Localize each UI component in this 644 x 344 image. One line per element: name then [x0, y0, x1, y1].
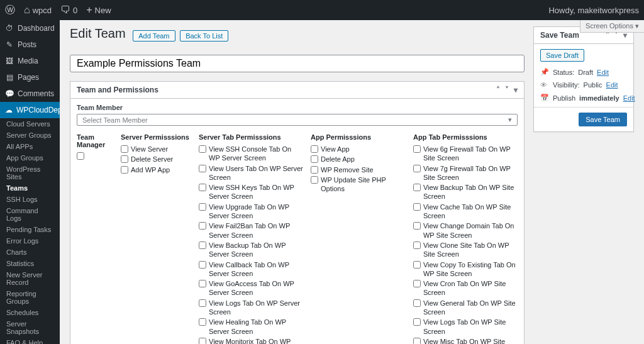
permission-checkbox[interactable] [413, 261, 421, 269]
team-member-select[interactable]: Select Team Member ▾ [77, 114, 518, 126]
permission-checkbox[interactable] [311, 155, 318, 163]
submenu-item[interactable]: Teams [0, 182, 60, 194]
submenu-item[interactable]: FAQ & Help [0, 337, 60, 344]
permission-row: View Change Domain Tab On WP Site Screen [413, 221, 518, 240]
admin-bar: ⓦ ⌂wpcd 🗨0 +New Howdy, makeitworkpress [0, 0, 644, 20]
menu-item[interactable]: ⏱Dashboard [0, 20, 60, 36]
permission-checkbox[interactable] [199, 280, 206, 287]
permission-row: View Cache Tab On WP Site Screen [413, 203, 518, 221]
menu-icon: ✎ [5, 40, 14, 49]
permission-checkbox[interactable] [121, 145, 128, 153]
submenu-item[interactable]: Charts [0, 247, 60, 258]
back-to-list-button[interactable]: Back To List [180, 30, 228, 42]
permission-label: View Server [131, 145, 191, 153]
permission-checkbox[interactable] [199, 222, 206, 230]
permission-label: View Misc Tab On WP Site Screen [423, 337, 518, 344]
submenu-item[interactable]: Schedules [0, 307, 60, 318]
team-manager-checkbox[interactable] [77, 152, 84, 160]
submenu-item[interactable]: Server Groups [0, 130, 60, 141]
submenu-item[interactable]: WordPress Sites [0, 164, 60, 182]
permission-checkbox[interactable] [413, 299, 421, 307]
permission-label: WP Remove Site [321, 165, 406, 174]
submenu-item[interactable]: Cloud Servers [0, 118, 60, 130]
save-team-button[interactable]: Save Team [579, 113, 627, 126]
permission-checkbox[interactable] [199, 165, 206, 172]
submenu-item[interactable]: Server Snapshots [0, 318, 60, 337]
submenu-item[interactable]: Command Logs [0, 205, 60, 224]
status-value: Draft [578, 69, 593, 76]
permission-checkbox[interactable] [199, 203, 206, 211]
permission-label: View 6g Firewall Tab On WP Site Screen [423, 145, 518, 163]
permission-checkbox[interactable] [413, 338, 421, 344]
comment-icon: 🗨 [60, 4, 70, 16]
submenu-item[interactable]: SSH Logs [0, 194, 60, 205]
postbox-title: Team and Permissions [77, 86, 158, 94]
submenu-item[interactable]: Reporting Groups [0, 288, 60, 307]
publish-label: Publish [553, 94, 575, 102]
chevron-down-icon[interactable]: ˅ [505, 86, 509, 94]
permission-row: Delete App [311, 155, 406, 164]
permission-row: View Server [121, 145, 191, 153]
save-draft-button[interactable]: Save Draft [540, 49, 584, 62]
edit-publish-link[interactable]: Edit [623, 94, 635, 102]
permission-label: View 7g Firewall Tab On WP Site Screen [423, 164, 518, 182]
permission-checkbox[interactable] [311, 166, 318, 174]
edit-status-link[interactable]: Edit [597, 69, 609, 76]
add-team-button[interactable]: Add Team [133, 30, 175, 42]
permission-checkbox[interactable] [199, 145, 206, 153]
permission-checkbox[interactable] [413, 184, 421, 191]
permission-label: View Logs Tab On WP Site Screen [423, 318, 518, 336]
menu-wpcd[interactable]: ☁WPCloudDeploy [0, 102, 60, 118]
menu-item[interactable]: 🖼Media [0, 53, 60, 69]
permission-row: View Callback Tab On WP Server Screen [199, 260, 303, 279]
comments-count[interactable]: 🗨0 [60, 4, 77, 16]
permission-checkbox[interactable] [199, 318, 206, 326]
team-title-input[interactable] [70, 55, 525, 72]
col-server-tab-perms: Server Tab Permisssions [199, 133, 303, 141]
permission-checkbox[interactable] [311, 176, 318, 184]
permission-checkbox[interactable] [199, 299, 206, 307]
permission-checkbox[interactable] [413, 222, 421, 230]
permission-row: View SSH Console Tab On WP Server Screen [199, 145, 303, 163]
permission-label: View SSH Keys Tab On WP Server Screen [209, 183, 303, 201]
permission-checkbox[interactable] [413, 318, 421, 326]
caret-icon[interactable]: ▾ [514, 86, 518, 94]
permission-checkbox[interactable] [413, 165, 421, 172]
permission-checkbox[interactable] [413, 145, 421, 153]
col-server-perms: Server Permisssions [121, 133, 191, 141]
permission-checkbox[interactable] [199, 338, 206, 344]
permission-checkbox[interactable] [121, 166, 128, 174]
menu-item[interactable]: ▤Pages [0, 69, 60, 86]
permission-row: Delete Server [121, 155, 191, 164]
menu-item[interactable]: 💬Comments [0, 86, 60, 102]
new-content[interactable]: +New [86, 4, 111, 16]
permission-row: View Monitorix Tab On WP Server Screen [199, 337, 303, 344]
chevron-up-icon[interactable]: ˄ [496, 86, 500, 94]
col-app-perms: App Permisssions [311, 133, 406, 141]
admin-sidebar: ⏱Dashboard✎Posts🖼Media▤Pages💬Comments ☁W… [0, 20, 60, 344]
submenu-item[interactable]: Pending Tasks [0, 224, 60, 235]
permission-checkbox[interactable] [413, 241, 421, 249]
permission-checkbox[interactable] [199, 261, 206, 269]
permission-label: Add WP App [131, 165, 191, 174]
permission-checkbox[interactable] [311, 145, 318, 153]
submenu-item[interactable]: All APPs [0, 141, 60, 152]
permission-label: View General Tab On WP Site Screen [423, 299, 518, 317]
screen-options-toggle[interactable]: Screen Options ▾ [580, 20, 644, 33]
wp-logo[interactable]: ⓦ [5, 4, 15, 17]
submenu-item[interactable]: New Server Record [0, 269, 60, 288]
permission-checkbox[interactable] [121, 155, 128, 163]
howdy[interactable]: Howdy, makeitworkpress [548, 6, 639, 15]
submenu-item[interactable]: App Groups [0, 152, 60, 164]
edit-visibility-link[interactable]: Edit [606, 81, 618, 89]
submenu-item[interactable]: Error Logs [0, 235, 60, 247]
permission-row: View Cron Tab On WP Site Screen [413, 279, 518, 297]
site-name[interactable]: ⌂wpcd [24, 4, 52, 16]
permission-checkbox[interactable] [199, 184, 206, 191]
menu-item[interactable]: ✎Posts [0, 36, 60, 53]
submenu-item[interactable]: Statistics [0, 258, 60, 269]
permission-checkbox[interactable] [413, 203, 421, 211]
permission-label: View Callback Tab On WP Server Screen [209, 260, 303, 279]
permission-checkbox[interactable] [413, 280, 421, 287]
permission-checkbox[interactable] [199, 241, 206, 249]
